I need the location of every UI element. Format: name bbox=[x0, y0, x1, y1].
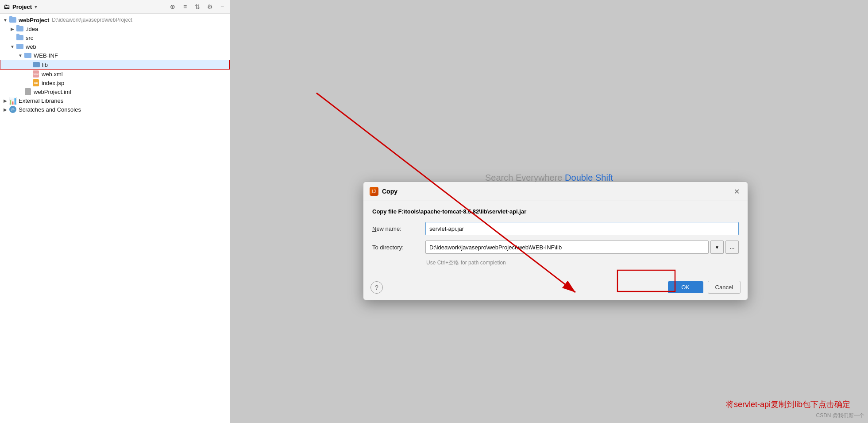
to-dir-dropdown-button[interactable]: ▼ bbox=[710, 241, 724, 254]
project-label: Project bbox=[12, 4, 32, 10]
cancel-button[interactable]: Cancel bbox=[708, 281, 741, 294]
extlib-label: External Libraries bbox=[19, 97, 63, 104]
tree-item-iml[interactable]: ▶ webProject.iml bbox=[0, 87, 230, 96]
jsp-icon: jsp bbox=[32, 79, 40, 86]
to-dir-input-group: ▼ … bbox=[425, 241, 739, 254]
tree-item-extlib[interactable]: ▶ 📊 External Libraries bbox=[0, 96, 230, 105]
new-name-input[interactable] bbox=[425, 222, 739, 235]
expand-arrow-webproject[interactable]: ▼ bbox=[2, 18, 9, 23]
project-folder-icon: 🗂 bbox=[4, 3, 10, 10]
webinf-label: WEB-INF bbox=[34, 52, 58, 59]
tree-item-webxml[interactable]: ▶ xml web.xml bbox=[0, 70, 230, 78]
settings-icon[interactable]: ⚙ bbox=[206, 3, 214, 11]
expand-arrow-web[interactable]: ▼ bbox=[9, 44, 16, 49]
sidebar-header: 🗂 Project ▼ ⊕ ≡ ⇅ ⚙ − bbox=[0, 0, 230, 14]
annotation-text: 将servlet-api复制到lib包下点击确定 bbox=[726, 399, 850, 410]
xml-icon: xml bbox=[32, 70, 40, 78]
expand-arrow-extlib[interactable]: ▶ bbox=[2, 98, 9, 103]
tree-item-idea[interactable]: ▶ .idea bbox=[0, 24, 230, 33]
dialog-footer: ? OK Cancel bbox=[363, 277, 748, 300]
minimize-icon[interactable]: − bbox=[218, 3, 226, 11]
webproject-label: webProject bbox=[19, 17, 49, 23]
dialog-file-label: Copy file F:\tools\apache-tomcat-8.5.82\… bbox=[372, 208, 739, 215]
new-name-underline-n: N bbox=[372, 225, 376, 232]
src-label: src bbox=[26, 35, 33, 41]
watermark-text: CSDN @我们新一个 bbox=[816, 412, 864, 419]
expand-arrow-webinf[interactable]: ▼ bbox=[17, 53, 24, 58]
dropdown-arrow-icon[interactable]: ▼ bbox=[34, 4, 38, 9]
help-button[interactable]: ? bbox=[370, 281, 383, 294]
new-name-label: New name: bbox=[372, 225, 421, 232]
web-label: web bbox=[26, 43, 36, 50]
dialog-title-icon: IJ bbox=[370, 187, 378, 196]
tree-item-lib[interactable]: ▶ lib bbox=[0, 60, 230, 70]
sidebar: 🗂 Project ▼ ⊕ ≡ ⇅ ⚙ − ▼ webProject D:\id… bbox=[0, 0, 230, 423]
expand-arrow-scratches[interactable]: ▶ bbox=[2, 107, 9, 112]
copy-dialog: IJ Copy ✕ Copy file F:\tools\apache-tomc… bbox=[363, 182, 748, 300]
to-dir-browse-button[interactable]: … bbox=[725, 241, 739, 254]
tree-item-src[interactable]: ▶ src bbox=[0, 33, 230, 42]
dialog-close-button[interactable]: ✕ bbox=[732, 186, 741, 196]
tree-item-web[interactable]: ▼ web bbox=[0, 42, 230, 51]
tree-item-indexjsp[interactable]: ▶ jsp index.jsp bbox=[0, 78, 230, 87]
expand-arrow-idea[interactable]: ▶ bbox=[9, 27, 16, 31]
iml-icon bbox=[24, 88, 32, 95]
folder-icon-lib bbox=[32, 61, 40, 68]
webproject-path: D:\ideawork\javasepro\webProject bbox=[52, 17, 132, 23]
to-dir-label: To directory: bbox=[372, 244, 421, 251]
to-dir-row: To directory: ▼ … bbox=[372, 241, 739, 254]
tree-item-webproject[interactable]: ▼ webProject D:\ideawork\javasepro\webPr… bbox=[0, 16, 230, 24]
folder-icon-idea bbox=[16, 25, 24, 32]
tree-item-webinf[interactable]: ▼ WEB-INF bbox=[0, 51, 230, 60]
sidebar-header-title: 🗂 Project ▼ bbox=[4, 3, 165, 10]
folder-icon-webinf bbox=[24, 52, 32, 59]
search-text: Search Everywhere bbox=[485, 173, 563, 182]
main-content: Search Everywhere Double Shift IJ Copy ✕… bbox=[230, 0, 868, 423]
indexjsp-label: index.jsp bbox=[42, 80, 64, 86]
path-hint: Use Ctrl+空格 for path completion bbox=[372, 259, 739, 267]
header-icons: ⊕ ≡ ⇅ ⚙ − bbox=[169, 3, 226, 11]
dialog-body: Copy file F:\tools\apache-tomcat-8.5.82\… bbox=[363, 201, 748, 277]
extlib-icon: 📊 bbox=[9, 97, 17, 104]
options-icon[interactable]: ⇅ bbox=[193, 3, 201, 11]
dialog-titlebar: IJ Copy ✕ bbox=[363, 182, 748, 201]
dialog-title-text: Copy bbox=[382, 188, 728, 195]
scratches-icon: ◎ bbox=[9, 106, 17, 113]
scratches-label: Scratches and Consoles bbox=[19, 106, 81, 113]
project-tree: ▼ webProject D:\ideawork\javasepro\webPr… bbox=[0, 14, 230, 423]
new-name-row: New name: bbox=[372, 222, 739, 235]
locate-icon[interactable]: ⊕ bbox=[169, 3, 177, 11]
folder-icon-webproject bbox=[9, 16, 17, 23]
webxml-label: web.xml bbox=[42, 71, 63, 78]
project-dropdown[interactable]: Project ▼ bbox=[12, 4, 38, 10]
search-shortcut: Double Shift bbox=[565, 173, 613, 182]
ok-button[interactable]: OK bbox=[668, 281, 703, 293]
folder-icon-web bbox=[16, 43, 24, 50]
to-dir-input[interactable] bbox=[425, 241, 709, 254]
lib-label: lib bbox=[42, 62, 48, 68]
idea-label: .idea bbox=[26, 26, 38, 32]
collapse-icon[interactable]: ≡ bbox=[181, 3, 189, 11]
tree-item-scratches[interactable]: ▶ ◎ Scratches and Consoles bbox=[0, 105, 230, 114]
iml-label: webProject.iml bbox=[34, 89, 71, 95]
folder-icon-src bbox=[16, 34, 24, 41]
